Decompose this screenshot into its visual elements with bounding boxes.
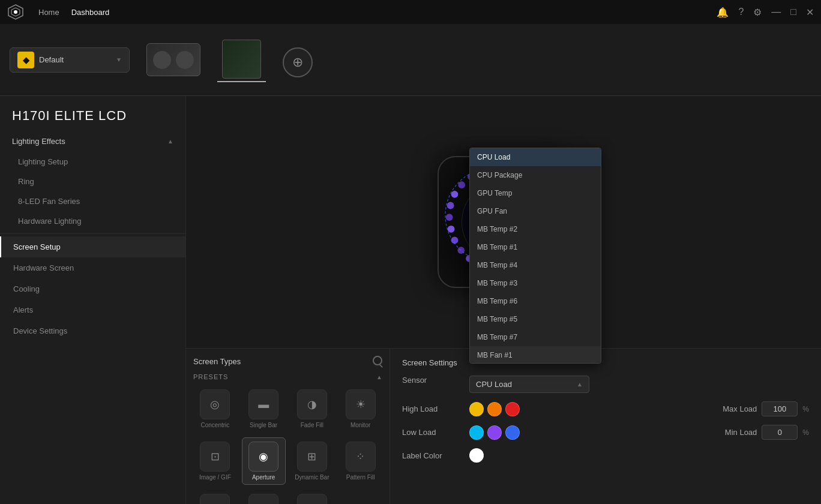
- dropdown-item-cpu-load[interactable]: CPU Load: [470, 148, 601, 166]
- maximize-button[interactable]: □: [790, 7, 796, 17]
- sidebar-item-alerts[interactable]: Alerts: [0, 299, 185, 320]
- high-load-swatches: [469, 402, 520, 416]
- concentric-label: Concentric: [200, 422, 229, 428]
- minimize-button[interactable]: —: [771, 7, 781, 17]
- sidebar-item-hardware-screen[interactable]: Hardware Screen: [0, 257, 185, 278]
- low-load-swatches: [469, 425, 520, 440]
- max-load-group: Max Load %: [723, 401, 809, 416]
- blank-icon: ⊘: [248, 494, 278, 504]
- high-load-label: High Load: [402, 404, 462, 413]
- pattern-fill-label: Pattern Fill: [346, 474, 375, 481]
- presets-header: PRESETS ▲: [193, 373, 382, 380]
- screen-types-title: Screen Types: [193, 357, 241, 366]
- dropdown-item-mb-fan-1[interactable]: MB Fan #1: [470, 346, 601, 364]
- screen-types-header: Screen Types: [193, 356, 382, 367]
- dropdown-item-mb-temp-4[interactable]: MB Temp #4: [470, 256, 601, 274]
- close-button[interactable]: ✕: [806, 7, 814, 18]
- dropdown-item-mb-temp-3[interactable]: MB Temp #3: [470, 274, 601, 292]
- screen-item-pattern-fill[interactable]: ⁘ Pattern Fill: [338, 437, 382, 485]
- high-load-color-2[interactable]: [487, 402, 502, 416]
- screen-item-aperture[interactable]: ◉ Aperture: [242, 437, 286, 485]
- sidebar-item-device-settings[interactable]: Device Settings: [0, 320, 185, 341]
- dropdown-item-mb-temp-5[interactable]: MB Temp #5: [470, 310, 601, 328]
- svg-point-24: [447, 202, 454, 209]
- high-load-color-1[interactable]: [469, 402, 484, 416]
- profile-icon: ◆: [17, 52, 34, 68]
- screen-item-fade-fill[interactable]: ◑ Fade Fill: [290, 385, 334, 433]
- low-load-color-3[interactable]: [505, 425, 520, 440]
- screen-item-monitor[interactable]: ☀ Monitor: [338, 385, 382, 433]
- dropdown-item-mb-temp-2[interactable]: MB Temp #2: [470, 220, 601, 238]
- screen-item-single-bar[interactable]: ▬ Single Bar: [242, 385, 286, 433]
- nav-home[interactable]: Home: [38, 8, 59, 17]
- label-color-label: Label Color: [402, 451, 462, 460]
- dynamic-bar-label: Dynamic Bar: [295, 474, 329, 481]
- monitor-label: Monitor: [350, 422, 370, 428]
- screen-item-dual-bar[interactable]: ⊜ Dual Bar: [193, 490, 237, 504]
- svg-point-23: [446, 214, 453, 221]
- lighting-effects-section: Lighting Effects ▲ Lighting Setup Ring 8…: [0, 131, 185, 231]
- device-fan[interactable]: ⊕: [278, 40, 317, 80]
- sidebar-item-cooling[interactable]: Cooling: [0, 278, 185, 299]
- screen-item-concentric[interactable]: ◎ Concentric: [193, 385, 237, 433]
- sensor-dropdown-chevron-icon: ▲: [577, 381, 583, 388]
- low-load-color-1[interactable]: [469, 425, 484, 440]
- sensor-dropdown[interactable]: CPU Load CPU Package GPU Temp GPU Fan MB…: [469, 376, 589, 393]
- dual-bar-icon: ⊜: [200, 494, 230, 504]
- sensor-dropdown-menu: CPU Load CPU Package GPU Temp GPU Fan MB…: [469, 148, 601, 364]
- dropdown-item-gpu-temp[interactable]: GPU Temp: [470, 184, 601, 202]
- sidebar-item-ring[interactable]: Ring: [0, 172, 185, 191]
- pattern-fill-icon: ⁘: [346, 442, 376, 472]
- sidebar-item-screen-setup[interactable]: Screen Setup: [0, 236, 185, 257]
- app-logo: [7, 4, 24, 20]
- settings-icon[interactable]: ⚙: [753, 7, 762, 18]
- min-load-label: Min Load: [725, 428, 757, 437]
- max-load-label: Max Load: [723, 404, 757, 413]
- max-load-input[interactable]: [762, 401, 798, 416]
- dropdown-item-mb-temp-1[interactable]: MB Temp #1: [470, 238, 601, 256]
- sidebar-item-8led-fan[interactable]: 8-LED Fan Series: [0, 191, 185, 211]
- profile-selector[interactable]: ◆ Default ▼: [10, 47, 130, 73]
- lighting-effects-chevron-icon: ▲: [167, 138, 173, 145]
- monitor-icon: ☀: [346, 389, 376, 419]
- lighting-effects-header[interactable]: Lighting Effects ▲: [0, 131, 185, 152]
- screen-item-turbo[interactable]: ✦ Turbo: [290, 490, 334, 504]
- aperture-icon: ◉: [248, 442, 278, 472]
- dropdown-item-mb-temp-6[interactable]: MB Temp #6: [470, 292, 601, 310]
- label-color-row: Label Color: [402, 448, 809, 463]
- dropdown-item-mb-temp-7[interactable]: MB Temp #7: [470, 328, 601, 346]
- device-motherboard[interactable]: [217, 37, 266, 82]
- min-load-input[interactable]: [762, 425, 798, 440]
- aperture-label: Aperture: [252, 474, 275, 481]
- turbo-icon: ✦: [297, 494, 327, 504]
- screen-item-blank[interactable]: ⊘ Blank: [242, 490, 286, 504]
- dropdown-item-gpu-fan[interactable]: GPU Fan: [470, 202, 601, 220]
- screen-settings-title: Screen Settings: [402, 358, 809, 367]
- help-icon[interactable]: ?: [738, 7, 744, 17]
- image-gif-label: Image / GIF: [199, 474, 231, 481]
- presets-chevron-icon: ▲: [376, 374, 382, 380]
- high-load-color-3[interactable]: [505, 402, 520, 416]
- nav-dashboard[interactable]: Dashboard: [71, 8, 110, 17]
- min-load-unit: %: [802, 428, 809, 437]
- lighting-effects-label: Lighting Effects: [12, 137, 65, 146]
- svg-point-25: [451, 191, 459, 198]
- fade-fill-label: Fade Fill: [301, 422, 323, 428]
- max-load-unit: %: [802, 405, 809, 413]
- label-color-swatch[interactable]: [469, 448, 484, 463]
- dropdown-item-cpu-package[interactable]: CPU Package: [470, 166, 601, 184]
- notification-icon[interactable]: 🔔: [717, 7, 729, 18]
- low-load-label: Low Load: [402, 428, 462, 437]
- min-load-group: Min Load %: [725, 425, 809, 440]
- screen-item-dynamic-bar[interactable]: ⊞ Dynamic Bar: [290, 437, 334, 485]
- presets-label: PRESETS: [193, 373, 228, 380]
- profile-name: Default: [39, 55, 111, 64]
- sensor-dropdown-trigger[interactable]: CPU Load ▲: [469, 376, 589, 393]
- low-load-color-2[interactable]: [487, 425, 502, 440]
- sidebar-item-lighting-setup[interactable]: Lighting Setup: [0, 152, 185, 172]
- single-bar-label: Single Bar: [250, 422, 277, 428]
- screen-item-image-gif[interactable]: ⊡ Image / GIF: [193, 437, 237, 485]
- device-gpu[interactable]: [142, 41, 205, 79]
- search-icon[interactable]: [373, 356, 382, 367]
- sidebar-item-hardware-lighting[interactable]: Hardware Lighting: [0, 211, 185, 231]
